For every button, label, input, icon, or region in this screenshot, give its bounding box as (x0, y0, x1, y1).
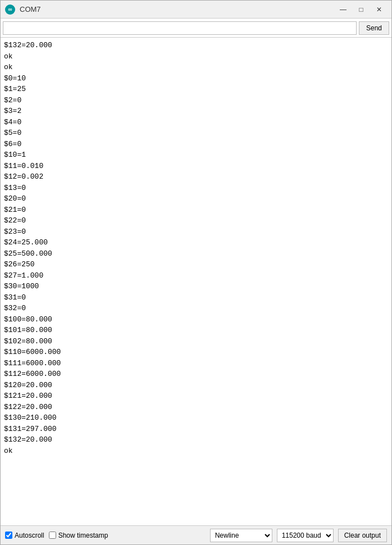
output-line: ok (4, 446, 388, 457)
output-line: $21=0 (4, 205, 388, 216)
output-line: $30=1000 (4, 281, 388, 292)
maximize-button[interactable]: □ (353, 3, 369, 16)
autoscroll-checkbox[interactable] (5, 532, 12, 539)
output-line: $10=1 (4, 149, 388, 161)
output-line: $4=0 (4, 117, 388, 128)
send-button[interactable]: Send (359, 21, 389, 35)
output-line: ok (4, 62, 388, 73)
output-line: $101=80.000 (4, 325, 388, 336)
app-logo-icon: ∞ (5, 4, 15, 15)
output-line: $110=6000.000 (4, 347, 388, 358)
output-line: $120=20.000 (4, 380, 388, 391)
output-line: $26=250 (4, 259, 388, 270)
output-line: $23=0 (4, 226, 388, 238)
output-line: $25=500.000 (4, 248, 388, 260)
input-bar: Send (1, 19, 391, 38)
autoscroll-label[interactable]: Autoscroll (5, 532, 44, 539)
serial-monitor-window: ∞ COM7 — □ ✕ Send $132=20.000okok$0=10$1… (0, 0, 392, 545)
output-line: $122=20.000 (4, 402, 388, 413)
output-line: $6=0 (4, 139, 388, 150)
output-line: $12=0.002 (4, 171, 388, 183)
status-bar: Autoscroll Show timestamp No line ending… (1, 525, 391, 544)
output-line: ok (4, 51, 388, 62)
output-line: $32=0 (4, 303, 388, 314)
baud-select[interactable]: 300 baud1200 baud2400 baud4800 baud9600 … (277, 529, 334, 542)
output-line: $5=0 (4, 128, 388, 139)
output-line: $102=80.000 (4, 336, 388, 347)
output-line: $11=0.010 (4, 161, 388, 172)
timestamp-label[interactable]: Show timestamp (49, 532, 108, 539)
output-line: $3=2 (4, 106, 388, 117)
output-line: $132=20.000 (4, 434, 388, 446)
output-line: $121=20.000 (4, 390, 388, 402)
output-line: $27=1.000 (4, 270, 388, 281)
output-line: $31=0 (4, 292, 388, 303)
output-line: $132=20.000 (4, 40, 388, 51)
window-controls: — □ ✕ (335, 3, 387, 16)
minimize-button[interactable]: — (335, 3, 351, 16)
output-line: $1=25 (4, 84, 388, 95)
output-line: $24=25.000 (4, 237, 388, 248)
output-line: $20=0 (4, 193, 388, 205)
title-bar: ∞ COM7 — □ ✕ (1, 1, 391, 19)
output-line: $131=297.000 (4, 424, 388, 435)
output-area[interactable]: $132=20.000okok$0=10$1=25$2=0$3=2$4=0$5=… (1, 38, 391, 525)
output-line: $112=6000.000 (4, 369, 388, 380)
newline-select[interactable]: No line endingNewlineCarriage returnBoth… (210, 529, 272, 542)
output-line: $111=6000.000 (4, 358, 388, 369)
window-title: COM7 (20, 5, 335, 13)
command-input[interactable] (3, 21, 357, 35)
output-line: $0=10 (4, 73, 388, 84)
output-line: $130=210.000 (4, 412, 388, 424)
output-line: $22=0 (4, 215, 388, 226)
output-line: $13=0 (4, 183, 388, 194)
clear-output-button[interactable]: Clear output (338, 529, 387, 542)
output-line: $100=80.000 (4, 314, 388, 325)
timestamp-checkbox[interactable] (49, 532, 56, 539)
close-button[interactable]: ✕ (371, 3, 387, 16)
output-line: $2=0 (4, 95, 388, 106)
